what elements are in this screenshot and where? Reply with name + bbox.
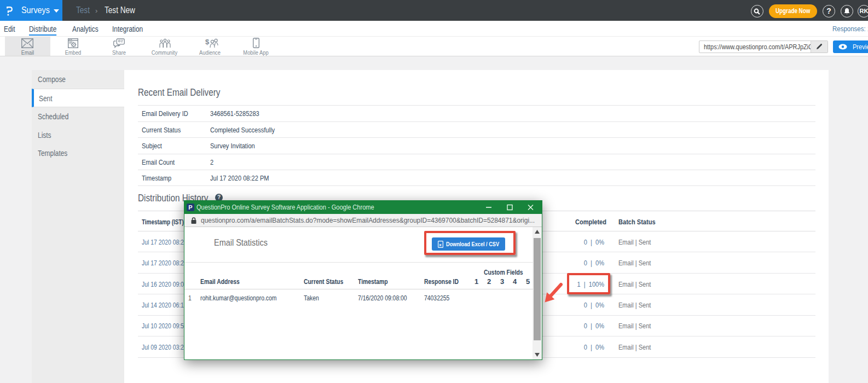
svg-text:$: $ [205, 38, 210, 46]
